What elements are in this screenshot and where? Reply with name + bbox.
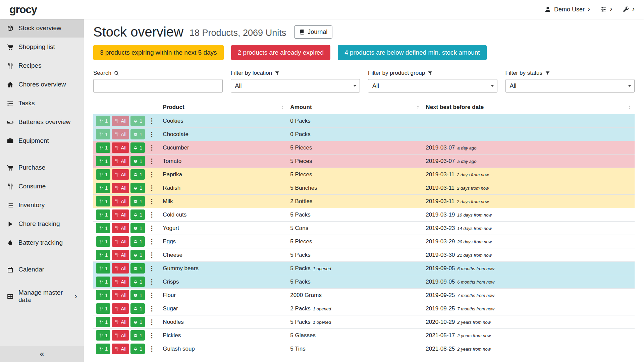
- consume-one-button[interactable]: 1: [96, 156, 110, 166]
- consume-one-button[interactable]: 1: [96, 142, 110, 153]
- alert-expiring[interactable]: 3 products expiring within the next 5 da…: [93, 45, 224, 60]
- consume-all-button[interactable]: All: [112, 129, 129, 139]
- consume-one-button[interactable]: 1: [96, 263, 110, 274]
- row-menu-button[interactable]: ⋮: [146, 278, 157, 286]
- open-one-button[interactable]: 1: [130, 183, 145, 193]
- sidebar-item-inventory[interactable]: Inventory: [0, 196, 84, 215]
- row-menu-button[interactable]: ⋮: [146, 157, 157, 165]
- row-menu-button[interactable]: ⋮: [146, 264, 157, 272]
- consume-one-button[interactable]: 1: [96, 290, 110, 300]
- consume-all-button[interactable]: All: [112, 142, 129, 153]
- open-one-button[interactable]: 1: [130, 129, 145, 139]
- row-menu-button[interactable]: ⋮: [146, 117, 157, 125]
- row-menu-button[interactable]: ⋮: [146, 171, 157, 178]
- consume-one-button[interactable]: 1: [96, 116, 110, 126]
- consume-all-button[interactable]: All: [112, 223, 129, 233]
- open-one-button[interactable]: 1: [130, 290, 145, 300]
- product-column-header[interactable]: Product: [160, 101, 287, 114]
- consume-all-button[interactable]: All: [112, 236, 129, 247]
- consume-all-button[interactable]: All: [112, 116, 129, 126]
- open-one-button[interactable]: 1: [130, 142, 145, 153]
- product-group-filter-select[interactable]: All: [368, 79, 497, 93]
- row-menu-button[interactable]: ⋮: [146, 251, 157, 259]
- row-menu-button[interactable]: ⋮: [146, 130, 157, 138]
- sort-icon[interactable]: [416, 105, 420, 110]
- sidebar-item-stock-overview[interactable]: Stock overview: [0, 19, 84, 38]
- consume-all-button[interactable]: All: [112, 303, 129, 314]
- search-input[interactable]: [93, 79, 223, 93]
- row-menu-button[interactable]: ⋮: [146, 305, 157, 312]
- date-column-header[interactable]: Next best before date: [423, 101, 635, 114]
- app-logo[interactable]: grocy: [9, 3, 37, 16]
- journal-button[interactable]: Journal: [294, 25, 332, 39]
- open-one-button[interactable]: 1: [130, 156, 145, 166]
- sidebar-item-batteries-overview[interactable]: Batteries overview: [0, 113, 84, 131]
- open-one-button[interactable]: 1: [130, 223, 145, 233]
- sidebar-item-calendar[interactable]: Calendar: [0, 260, 84, 279]
- consume-one-button[interactable]: 1: [96, 196, 110, 206]
- sidebar-item-equipment[interactable]: Equipment: [0, 131, 84, 150]
- consume-all-button[interactable]: All: [112, 263, 129, 274]
- row-menu-button[interactable]: ⋮: [146, 197, 157, 205]
- row-menu-button[interactable]: ⋮: [146, 184, 157, 192]
- row-menu-button[interactable]: ⋮: [146, 331, 157, 339]
- open-one-button[interactable]: 1: [130, 209, 145, 220]
- sidebar-item-chores-overview[interactable]: Chores overview: [0, 75, 84, 94]
- consume-one-button[interactable]: 1: [96, 236, 110, 247]
- status-filter-select[interactable]: All: [505, 79, 635, 93]
- row-menu-button[interactable]: ⋮: [146, 144, 157, 152]
- consume-one-button[interactable]: 1: [96, 209, 110, 220]
- open-one-button[interactable]: 1: [130, 317, 145, 327]
- alert-expired[interactable]: 2 products are already expired: [231, 45, 331, 60]
- consume-all-button[interactable]: All: [112, 196, 129, 206]
- consume-all-button[interactable]: All: [112, 317, 129, 327]
- open-one-button[interactable]: 1: [130, 236, 145, 247]
- settings-menu[interactable]: ›: [600, 6, 612, 13]
- consume-one-button[interactable]: 1: [96, 303, 110, 314]
- open-one-button[interactable]: 1: [130, 196, 145, 206]
- row-menu-button[interactable]: ⋮: [146, 238, 157, 245]
- sidebar-collapse-button[interactable]: «: [0, 346, 84, 362]
- sidebar-item-shopping-list[interactable]: Shopping list: [0, 38, 84, 56]
- consume-one-button[interactable]: 1: [96, 317, 110, 327]
- user-menu[interactable]: Demo User ›: [544, 6, 590, 13]
- open-one-button[interactable]: 1: [130, 277, 145, 287]
- consume-one-button[interactable]: 1: [96, 129, 110, 139]
- row-menu-button[interactable]: ⋮: [146, 211, 157, 219]
- consume-one-button[interactable]: 1: [96, 169, 110, 180]
- consume-one-button[interactable]: 1: [96, 344, 110, 354]
- consume-all-button[interactable]: All: [112, 209, 129, 220]
- row-menu-button[interactable]: ⋮: [146, 345, 157, 353]
- sidebar-item-recipes[interactable]: Recipes: [0, 56, 84, 75]
- sidebar-item-tasks[interactable]: Tasks: [0, 94, 84, 113]
- sort-icon[interactable]: [627, 105, 632, 110]
- open-one-button[interactable]: 1: [130, 116, 145, 126]
- sidebar-item-purchase[interactable]: Purchase: [0, 158, 84, 177]
- sidebar-item-chore-tracking[interactable]: Chore tracking: [0, 215, 84, 233]
- alert-below-min-stock[interactable]: 4 products are below defined min. stock …: [338, 45, 486, 60]
- admin-menu[interactable]: ›: [623, 6, 635, 13]
- sort-icon[interactable]: [280, 105, 285, 110]
- open-one-button[interactable]: 1: [130, 303, 145, 314]
- consume-all-button[interactable]: All: [112, 277, 129, 287]
- open-one-button[interactable]: 1: [130, 344, 145, 354]
- open-one-button[interactable]: 1: [130, 263, 145, 274]
- sidebar-item-manage-master-data[interactable]: Manage master data ›: [0, 287, 84, 306]
- consume-one-button[interactable]: 1: [96, 183, 110, 193]
- amount-column-header[interactable]: Amount: [287, 101, 423, 114]
- consume-one-button[interactable]: 1: [96, 250, 110, 260]
- consume-all-button[interactable]: All: [112, 169, 129, 180]
- consume-all-button[interactable]: All: [112, 156, 129, 166]
- consume-one-button[interactable]: 1: [96, 330, 110, 341]
- open-one-button[interactable]: 1: [130, 169, 145, 180]
- consume-all-button[interactable]: All: [112, 183, 129, 193]
- consume-all-button[interactable]: All: [112, 344, 129, 354]
- row-menu-button[interactable]: ⋮: [146, 291, 157, 299]
- consume-one-button[interactable]: 1: [96, 223, 110, 233]
- sidebar-item-consume[interactable]: Consume: [0, 177, 84, 196]
- location-filter-select[interactable]: All: [231, 79, 360, 93]
- open-one-button[interactable]: 1: [130, 250, 145, 260]
- consume-one-button[interactable]: 1: [96, 277, 110, 287]
- consume-all-button[interactable]: All: [112, 290, 129, 300]
- consume-all-button[interactable]: All: [112, 330, 129, 341]
